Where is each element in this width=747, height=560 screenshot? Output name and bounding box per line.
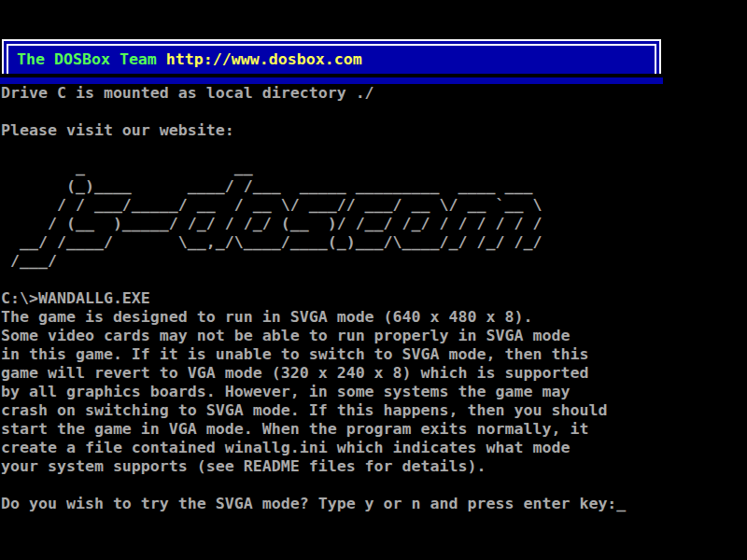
- svga-prompt-text: Do you wish to try the SVGA mode? Type y…: [1, 495, 616, 512]
- dosbox-banner: The DOSBox Teamhttp://www.dosbox.com: [2, 39, 661, 74]
- text-cursor[interactable]: _: [616, 495, 626, 512]
- mount-status-line: Drive C is mounted as local directory ./: [1, 84, 626, 103]
- console-output: Drive C is mounted as local directory ./…: [1, 84, 626, 513]
- dosbox-url: http://www.dosbox.com: [166, 50, 362, 68]
- banner-bottom-strip: [0, 77, 663, 84]
- svga-prompt-line: Do you wish to try the SVGA mode? Type y…: [1, 495, 626, 513]
- website-line: Please visit our website:: [1, 121, 626, 140]
- program-output: The game is designed to run in SVGA mode…: [1, 308, 626, 476]
- jsdos-ascii-logo: _ __ (_)____ ____/ /___ _____ _________ …: [1, 159, 626, 271]
- dosbox-team-label: The DOSBox Team: [17, 50, 157, 68]
- command-line: C:\>WANDALLG.EXE: [1, 289, 626, 308]
- dos-screen[interactable]: The DOSBox Teamhttp://www.dosbox.com Dri…: [0, 0, 747, 560]
